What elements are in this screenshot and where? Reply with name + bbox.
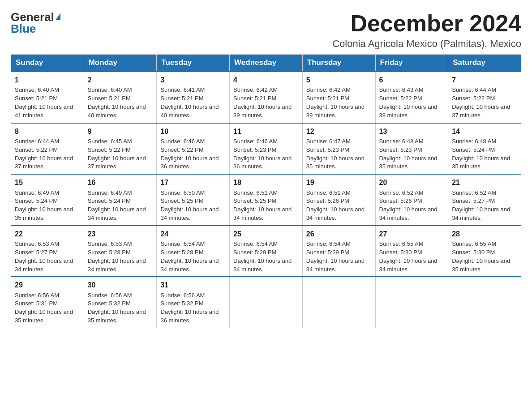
daylight-text: Daylight: 10 hours and 34 minutes. [233,206,299,223]
daylight-text: Daylight: 10 hours and 35 minutes. [15,206,80,223]
daylight-text: Daylight: 10 hours and 37 minutes. [15,154,80,171]
sunset-text: Sunset: 5:24 PM [452,146,517,154]
calendar-day-cell: 25Sunrise: 6:54 AMSunset: 5:29 PMDayligh… [230,226,303,277]
sunrise-text: Sunrise: 6:53 AM [15,240,80,248]
sunset-text: Sunset: 5:29 PM [233,248,299,257]
sunset-text: Sunset: 5:22 PM [88,146,153,154]
calendar-day-cell: 8Sunrise: 6:44 AMSunset: 5:22 PMDaylight… [11,123,84,175]
day-number: 27 [379,229,445,239]
sunrise-text: Sunrise: 6:40 AM [88,86,153,94]
calendar-day-cell: 5Sunrise: 6:42 AMSunset: 5:21 PMDaylight… [302,72,375,123]
calendar-day-cell [230,277,303,328]
day-number: 11 [233,126,299,137]
calendar-day-cell: 29Sunrise: 6:56 AMSunset: 5:31 PMDayligh… [11,277,84,328]
logo-triangle-icon [56,13,60,20]
day-number: 26 [306,229,372,239]
day-number: 5 [306,75,372,85]
calendar-day-cell: 18Sunrise: 6:51 AMSunset: 5:25 PMDayligh… [230,174,303,226]
day-number: 7 [452,75,517,85]
daylight-text: Daylight: 10 hours and 37 minutes. [88,154,153,171]
calendar-day-cell: 3Sunrise: 6:41 AMSunset: 5:21 PMDaylight… [157,72,230,123]
sunset-text: Sunset: 5:27 PM [452,197,517,206]
col-header-saturday: Saturday [448,55,521,72]
sunrise-text: Sunrise: 6:48 AM [379,137,445,146]
calendar-day-cell: 31Sunrise: 6:56 AMSunset: 5:32 PMDayligh… [157,277,230,328]
calendar-day-cell: 24Sunrise: 6:54 AMSunset: 5:28 PMDayligh… [157,226,230,277]
sunset-text: Sunset: 5:24 PM [88,197,153,206]
day-number: 2 [88,75,153,85]
daylight-text: Daylight: 10 hours and 39 minutes. [306,103,372,120]
sunrise-text: Sunrise: 6:54 AM [160,240,226,248]
daylight-text: Daylight: 10 hours and 40 minutes. [160,103,226,120]
calendar-header-row: SundayMondayTuesdayWednesdayThursdayFrid… [11,55,521,72]
day-number: 8 [15,126,80,137]
daylight-text: Daylight: 10 hours and 36 minutes. [233,154,299,171]
sunset-text: Sunset: 5:26 PM [379,197,445,206]
day-number: 19 [306,177,372,188]
daylight-text: Daylight: 10 hours and 37 minutes. [452,103,517,120]
col-header-thursday: Thursday [302,55,375,72]
sunset-text: Sunset: 5:32 PM [160,300,226,308]
daylight-text: Daylight: 10 hours and 34 minutes. [160,206,226,223]
day-number: 24 [160,229,226,239]
calendar-day-cell: 30Sunrise: 6:56 AMSunset: 5:32 PMDayligh… [84,277,157,328]
calendar-day-cell: 27Sunrise: 6:55 AMSunset: 5:30 PMDayligh… [375,226,448,277]
calendar-week-row: 1Sunrise: 6:40 AMSunset: 5:21 PMDaylight… [11,72,521,123]
calendar-day-cell [302,277,375,328]
sunrise-text: Sunrise: 6:45 AM [88,137,153,146]
calendar-week-row: 29Sunrise: 6:56 AMSunset: 5:31 PMDayligh… [11,277,521,328]
daylight-text: Daylight: 10 hours and 34 minutes. [306,257,372,274]
calendar-week-row: 22Sunrise: 6:53 AMSunset: 5:27 PMDayligh… [11,226,521,277]
daylight-text: Daylight: 10 hours and 34 minutes. [15,257,80,274]
sunset-text: Sunset: 5:21 PM [233,94,299,103]
sunrise-text: Sunrise: 6:54 AM [306,240,372,248]
col-header-wednesday: Wednesday [230,55,303,72]
day-number: 4 [233,75,299,85]
day-number: 25 [233,229,299,239]
sunset-text: Sunset: 5:23 PM [233,146,299,154]
daylight-text: Daylight: 10 hours and 34 minutes. [379,206,445,223]
sunrise-text: Sunrise: 6:43 AM [379,86,445,94]
daylight-text: Daylight: 10 hours and 35 minutes. [452,154,517,171]
logo-blue: Blue [11,22,36,36]
sunset-text: Sunset: 5:26 PM [306,197,372,206]
daylight-text: Daylight: 10 hours and 36 minutes. [160,154,226,171]
calendar-day-cell: 12Sunrise: 6:47 AMSunset: 5:23 PMDayligh… [302,123,375,175]
calendar-day-cell: 28Sunrise: 6:55 AMSunset: 5:30 PMDayligh… [448,226,521,277]
daylight-text: Daylight: 10 hours and 35 minutes. [88,308,153,325]
sunset-text: Sunset: 5:22 PM [379,94,445,103]
sunset-text: Sunset: 5:25 PM [160,197,226,206]
location-title: Colonia Agricola Mexico (Palmitas), Mexi… [332,38,521,50]
sunset-text: Sunset: 5:30 PM [379,248,445,257]
sunset-text: Sunset: 5:32 PM [88,300,153,308]
calendar-table: SundayMondayTuesdayWednesdayThursdayFrid… [11,54,521,328]
daylight-text: Daylight: 10 hours and 38 minutes. [379,103,445,120]
daylight-text: Daylight: 10 hours and 41 minutes. [15,103,80,120]
sunrise-text: Sunrise: 6:42 AM [233,86,299,94]
calendar-day-cell [448,277,521,328]
sunset-text: Sunset: 5:21 PM [15,94,80,103]
sunrise-text: Sunrise: 6:56 AM [88,291,153,300]
calendar-day-cell: 26Sunrise: 6:54 AMSunset: 5:29 PMDayligh… [302,226,375,277]
daylight-text: Daylight: 10 hours and 35 minutes. [379,154,445,171]
daylight-text: Daylight: 10 hours and 34 minutes. [88,206,153,223]
calendar-day-cell [375,277,448,328]
sunrise-text: Sunrise: 6:56 AM [15,291,80,300]
day-number: 10 [160,126,226,137]
sunrise-text: Sunrise: 6:53 AM [88,240,153,248]
sunset-text: Sunset: 5:27 PM [15,248,80,257]
month-year-title: December 2024 [332,11,521,36]
day-number: 17 [160,177,226,188]
calendar-day-cell: 4Sunrise: 6:42 AMSunset: 5:21 PMDaylight… [230,72,303,123]
day-number: 12 [306,126,372,137]
sunrise-text: Sunrise: 6:49 AM [88,189,153,197]
sunset-text: Sunset: 5:30 PM [452,248,517,257]
calendar-day-cell: 7Sunrise: 6:44 AMSunset: 5:22 PMDaylight… [448,72,521,123]
sunrise-text: Sunrise: 6:55 AM [379,240,445,248]
sunrise-text: Sunrise: 6:46 AM [233,137,299,146]
day-number: 9 [88,126,153,137]
sunset-text: Sunset: 5:21 PM [160,94,226,103]
sunrise-text: Sunrise: 6:51 AM [233,189,299,197]
page-header: General Blue December 2024 Colonia Agric… [11,11,521,50]
sunrise-text: Sunrise: 6:49 AM [15,189,80,197]
